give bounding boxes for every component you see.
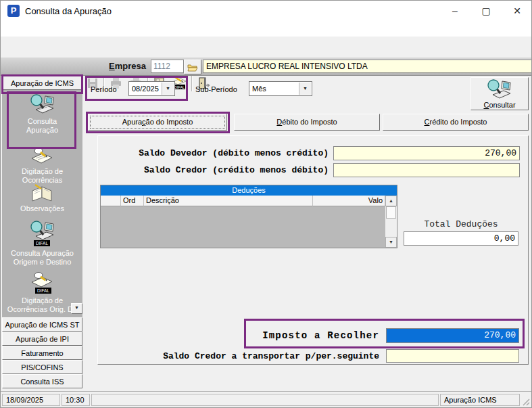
- saldo-credor-label: Saldo Credor (crédito menos débito): [111, 165, 329, 175]
- scroll-up-icon[interactable]: ▲: [385, 196, 397, 206]
- minimize-button[interactable]: –: [443, 1, 466, 21]
- deducoes-grid-title: Deduções: [101, 185, 397, 196]
- writing-hand-icon: [29, 145, 56, 166]
- saldo-devedor-field[interactable]: 270,00: [333, 146, 520, 160]
- total-deducoes-label: Total Deduções: [404, 219, 518, 229]
- scroll-down-icon[interactable]: ▼: [385, 237, 397, 248]
- deducoes-col-descricao[interactable]: Descrição: [144, 196, 313, 206]
- empresa-code-input[interactable]: 1112: [151, 60, 184, 73]
- saldo-devedor-label: Saldo Devedor (débito menos crédito): [111, 148, 329, 158]
- deducoes-grid: Deduções Ord Descrição Valo ▲ ▼: [100, 185, 397, 248]
- deducoes-col-ord[interactable]: Ord: [121, 196, 144, 206]
- window-title: Consulta da Apuração: [25, 6, 112, 16]
- app-window: P Consulta da Apuração – ▢ ✕ Opções Ferr…: [0, 0, 532, 408]
- status-date: 18/09/2025: [2, 394, 60, 406]
- sidebar-header-apuracao-icms[interactable]: Apuração de ICMS: [2, 76, 82, 90]
- imposto-a-recolher-field[interactable]: 270,00: [386, 328, 519, 343]
- empresa-label: Empresa: [109, 61, 146, 71]
- folder-open-icon: [187, 63, 198, 72]
- svg-text:DIFAL: DIFAL: [37, 288, 49, 293]
- svg-text:DIFAL: DIFAL: [174, 85, 185, 89]
- svg-text:DIFAL: DIFAL: [35, 241, 47, 246]
- computer-search-icon: [29, 94, 56, 116]
- periodo-combobox[interactable]: 08/2025 ▼: [128, 81, 175, 96]
- sidebar-item-consulta-apuracao-origem-destino[interactable]: DIFAL Consulta Apuração Origem e Destino: [2, 221, 82, 267]
- computer-search-icon: [486, 79, 513, 99]
- chevron-down-icon[interactable]: ▼: [299, 83, 311, 95]
- subperiodo-label: Sub-Período: [195, 85, 237, 93]
- deducoes-col-valor[interactable]: Valo: [313, 196, 385, 206]
- imposto-a-recolher-label: Imposto a Recolher: [231, 330, 379, 341]
- title-bar: P Consulta da Apuração – ▢ ✕: [1, 1, 531, 21]
- scrollbar-thumb[interactable]: [386, 206, 396, 219]
- empresa-lookup-button[interactable]: [184, 60, 201, 74]
- app-logo-icon: P: [7, 5, 20, 17]
- subperiodo-combobox[interactable]: Mês ▼: [249, 81, 312, 96]
- saldo-credor-transportar-field[interactable]: [386, 349, 519, 363]
- consultar-label: Consultar: [471, 101, 528, 109]
- sidebar-section-consulta-iss[interactable]: Consulta ISS: [2, 374, 82, 388]
- status-time: 10:30: [62, 394, 90, 406]
- sidebar-section-pis-cofins[interactable]: PIS/COFINS: [2, 360, 82, 374]
- sidebar-item-digitacao-ocorrencias[interactable]: Digitação de Ocorrências: [2, 145, 82, 185]
- resize-grip-icon[interactable]: [522, 398, 531, 407]
- periodo-label: Período: [91, 85, 117, 93]
- status-context: Apuração ICMS: [440, 394, 520, 406]
- tab-debito-do-imposto[interactable]: Débito do Imposto: [234, 114, 380, 131]
- saldo-credor-transportar-label: Saldo Credor a transportar p/per.seguint…: [109, 351, 379, 361]
- total-deducoes-field[interactable]: 0,00: [404, 231, 518, 246]
- chevron-down-icon[interactable]: ▼: [162, 83, 174, 95]
- menu-bar: Opções Ferramentas Ajuda: [1, 21, 531, 37]
- status-bar: 18/09/2025 10:30 Apuração ICMS: [1, 391, 531, 408]
- computer-search-difal-icon: DIFAL: [29, 221, 56, 248]
- sidebar-scroll-down-button[interactable]: ▼: [71, 303, 82, 314]
- deducoes-scrollbar[interactable]: ▲ ▼: [385, 196, 397, 248]
- deducoes-col-indicator[interactable]: [101, 196, 121, 206]
- sidebar-section-apuracao-ipi[interactable]: Apuração de IPI: [2, 332, 82, 346]
- tab-apuracao-do-imposto[interactable]: Apuração do Imposto: [88, 114, 227, 131]
- notebook-icon: [29, 183, 56, 203]
- sidebar-section-apuracao-icms-st[interactable]: Apuração de ICMS ST: [2, 317, 82, 332]
- close-button[interactable]: ✕: [506, 1, 529, 21]
- empresa-name-field[interactable]: EMPRESA LUCRO REAL INTENSIVO LTDA: [203, 60, 532, 73]
- sidebar-section-faturamento[interactable]: Faturamento: [2, 346, 82, 360]
- sidebar-item-consulta-apuracao[interactable]: Consulta Apuração: [2, 94, 82, 135]
- maximize-button[interactable]: ▢: [475, 1, 498, 21]
- toolbar: DIFAL: [1, 37, 531, 58]
- saldo-credor-field[interactable]: [333, 163, 520, 177]
- writing-hand-difal-icon: DIFAL: [29, 271, 56, 295]
- tab-credito-do-imposto[interactable]: Crédito do Imposto: [383, 114, 529, 131]
- consultar-button[interactable]: Consultar: [470, 77, 529, 110]
- sidebar-item-observacoes[interactable]: Observações: [2, 183, 82, 213]
- sidebar-panel: Consulta Apuração Digitação de Ocorrênci…: [2, 90, 82, 317]
- toolbar-separator: [191, 75, 193, 91]
- status-message: [91, 394, 439, 406]
